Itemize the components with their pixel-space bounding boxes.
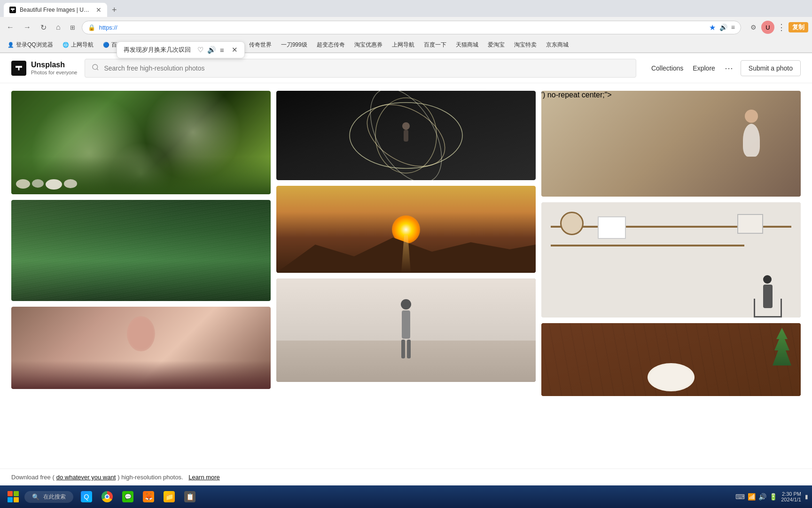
- bookmark-coupon[interactable]: 淘宝优惠券: [351, 40, 386, 50]
- photo-image: [541, 202, 801, 318]
- active-tab[interactable]: Beautiful Free Images | Unsplash ✕: [4, 3, 107, 17]
- tab-bar: Beautiful Free Images | Unsplash ✕ +: [0, 0, 812, 17]
- taskbar-search-label: 在此搜索: [43, 493, 66, 501]
- refresh-btn[interactable]: ↻: [38, 21, 49, 34]
- tray-network-icon[interactable]: 📶: [748, 493, 756, 500]
- tooltip-volume-btn[interactable]: 🔊: [207, 46, 216, 54]
- bookmark-aitaobao[interactable]: 爱淘宝: [484, 40, 508, 50]
- tab-grid-btn[interactable]: ⊞: [67, 22, 78, 33]
- bookmark-login-qq[interactable]: 👤 登录QQ浏览器: [4, 40, 57, 50]
- photo-item[interactable]: [11, 91, 271, 194]
- bookmark-label: 登录QQ浏览器: [16, 41, 53, 49]
- photo-item[interactable]: [541, 323, 801, 396]
- tooltip-menu-btn[interactable]: ≡: [220, 46, 224, 54]
- tab-close-btn[interactable]: ✕: [96, 6, 102, 14]
- bookmark-special[interactable]: 淘宝特卖: [510, 40, 540, 50]
- taskbar-time: 2:30 PM: [782, 491, 801, 497]
- profile-avatar[interactable]: U: [761, 21, 774, 34]
- forward-btn[interactable]: →: [21, 21, 34, 33]
- logo-icon-shape: [16, 66, 22, 71]
- address-input[interactable]: [99, 24, 705, 31]
- chrome-icon: [102, 491, 113, 502]
- photo-item[interactable]: [11, 200, 271, 301]
- svg-rect-6: [404, 130, 408, 142]
- bookmark-jd[interactable]: 京东商城: [542, 40, 572, 50]
- taskbar-app-chrome[interactable]: [98, 487, 117, 506]
- volume-icon[interactable]: 🔊: [719, 24, 727, 31]
- extensions-btn[interactable]: ⚙: [749, 22, 758, 33]
- photo-item[interactable]: [276, 91, 536, 180]
- photo-item[interactable]: [276, 278, 536, 382]
- photo-image: [541, 323, 801, 396]
- bookmark-tmall[interactable]: 天猫商城: [452, 40, 482, 50]
- bookmark-sword[interactable]: 一刀999级: [277, 40, 311, 50]
- tray-battery-icon[interactable]: 🔋: [769, 493, 777, 500]
- taskbar-app-firefox[interactable]: 🦊: [139, 487, 158, 506]
- footer-learn-more-link[interactable]: Learn more: [188, 474, 219, 481]
- win-square-yellow: [14, 497, 19, 502]
- photo-image: ') no-repeat center;">: [541, 91, 801, 197]
- photo-item[interactable]: ') no-repeat center;">: [541, 91, 801, 197]
- footer-bar: Download free ( do whatever you want ) h…: [0, 468, 812, 485]
- tooltip-close-btn[interactable]: ✕: [232, 46, 238, 54]
- start-btn[interactable]: [4, 487, 23, 506]
- taskbar-search-bar[interactable]: 🔍 在此搜索: [24, 491, 73, 503]
- file-explorer-icon: 📁: [164, 491, 175, 502]
- footer-text-before: Download free (: [11, 474, 55, 481]
- photo-image: [276, 278, 536, 382]
- nav-explore[interactable]: Explore: [693, 64, 715, 72]
- new-tab-btn[interactable]: +: [109, 5, 120, 15]
- bookmark-nav2[interactable]: 上网导航: [388, 40, 418, 50]
- show-desktop-btn[interactable]: ▮: [805, 493, 808, 500]
- bookmark-baidu2[interactable]: 百度一下: [420, 40, 450, 50]
- unknown-app-icon: 📋: [184, 491, 195, 502]
- taskbar-app-unknown[interactable]: 📋: [180, 487, 199, 506]
- copy-btn[interactable]: 复制: [789, 22, 808, 32]
- win-square-blue: [8, 497, 13, 502]
- tooltip-heart-btn[interactable]: ♡: [197, 46, 203, 54]
- more-options-icon[interactable]: ≡: [731, 24, 735, 31]
- photo-item[interactable]: [11, 307, 271, 389]
- logo-icon: [11, 61, 26, 76]
- tray-keyboard-icon[interactable]: ⌨: [735, 493, 745, 500]
- svg-point-0: [93, 64, 98, 70]
- bookmark-label: 超变态传奇: [317, 41, 345, 49]
- bookmark-legend[interactable]: 传奇世界: [245, 40, 275, 50]
- browser-actions: ⚙ U ⋮ 复制: [749, 21, 808, 34]
- submit-photo-btn[interactable]: Submit a photo: [741, 60, 801, 76]
- bookmark-label: 淘宝优惠券: [354, 41, 383, 49]
- header-nav: Collections Explore ⋯: [651, 63, 733, 73]
- bookmark-star-icon[interactable]: ★: [709, 23, 716, 32]
- unsplash-logo[interactable]: Unsplash Photos for everyone: [11, 60, 77, 75]
- back-btn[interactable]: ←: [4, 21, 17, 33]
- tray-volume-icon[interactable]: 🔊: [758, 493, 766, 500]
- bookmark-label: 传奇世界: [249, 41, 272, 49]
- wechat-icon: 💬: [122, 491, 133, 502]
- bookmark-label: 上网导航: [392, 41, 414, 49]
- tab-favicon: [9, 7, 16, 13]
- bookmark-label: 上网导航: [71, 41, 94, 49]
- taskbar-clock: 2:30 PM 2024/1/1: [781, 491, 801, 502]
- photo-item[interactable]: [276, 186, 536, 273]
- bookmark-game[interactable]: 超变态传奇: [313, 40, 349, 50]
- home-btn[interactable]: ⌂: [53, 21, 63, 33]
- qq-browser-icon: Q: [81, 491, 92, 502]
- address-tooltip: 再发现岁月换来几次叹回 ♡ 🔊 ≡ ✕: [117, 41, 245, 58]
- search-input[interactable]: [104, 64, 629, 72]
- svg-point-5: [402, 122, 410, 130]
- footer-text-after: ) high-resolution photos.: [117, 474, 183, 481]
- nav-collections[interactable]: Collections: [651, 64, 683, 72]
- photo-image: [11, 91, 271, 194]
- taskbar-app-qq-browser[interactable]: Q: [77, 487, 96, 506]
- taskbar-app-explorer[interactable]: 📁: [160, 487, 179, 506]
- browser-menu-btn[interactable]: ⋮: [777, 22, 786, 32]
- photo-item[interactable]: [541, 202, 801, 318]
- header-more-btn[interactable]: ⋯: [725, 63, 733, 73]
- bookmark-nav1[interactable]: 🌐 上网导航: [59, 40, 97, 50]
- search-icon: [92, 64, 99, 73]
- photo-image: [11, 200, 271, 301]
- taskbar-app-wechat[interactable]: 💬: [118, 487, 137, 506]
- footer-whatever-link[interactable]: do whatever you want: [56, 474, 116, 481]
- taskbar-search-icon: 🔍: [32, 493, 39, 500]
- logo-name: Unsplash: [31, 60, 77, 69]
